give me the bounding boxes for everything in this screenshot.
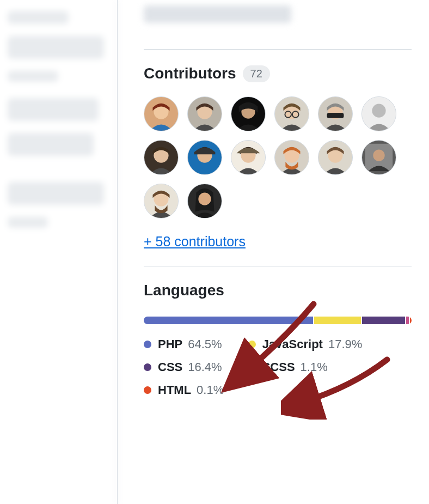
language-percent: 64.5% — [188, 337, 222, 351]
language-name: CSS — [158, 360, 182, 374]
contributors-heading[interactable]: Contributors — [144, 65, 236, 82]
svg-point-31 — [198, 193, 211, 205]
contributor-avatar[interactable] — [144, 96, 179, 131]
contributor-avatar[interactable] — [318, 96, 353, 131]
prev-section — [144, 0, 412, 33]
contributor-avatar[interactable] — [144, 140, 179, 175]
sidebar — [0, 0, 117, 504]
language-color-dot — [144, 341, 151, 348]
language-item[interactable]: SCSS1.1% — [248, 360, 328, 374]
language-item[interactable]: PHP64.5% — [144, 337, 222, 351]
contributor-avatar[interactable] — [144, 184, 179, 218]
contributor-avatar[interactable] — [274, 140, 309, 175]
language-percent: 0.1% — [197, 383, 224, 397]
svg-rect-12 — [327, 113, 344, 118]
sidebar-panel: Contributors 72 + 58 contributors Langua… — [117, 0, 429, 504]
contributor-avatar[interactable] — [318, 140, 353, 175]
languages-heading[interactable]: Languages — [144, 282, 412, 299]
contributor-avatars — [144, 96, 412, 218]
language-color-dot — [248, 341, 256, 348]
contributor-avatar[interactable] — [231, 140, 266, 175]
language-percent: 16.4% — [188, 360, 222, 374]
language-item[interactable]: CSS16.4% — [144, 360, 222, 374]
svg-point-14 — [372, 104, 385, 118]
language-name: JavaScript — [262, 337, 323, 351]
language-bar-segment[interactable] — [410, 317, 412, 324]
language-bar-segment[interactable] — [314, 317, 361, 324]
contributor-avatar[interactable] — [274, 96, 309, 131]
language-percent: 1.1% — [301, 360, 328, 374]
language-bar-segment[interactable] — [362, 317, 405, 324]
language-item[interactable]: JavaScript17.9% — [248, 337, 363, 351]
contributor-avatar[interactable] — [361, 96, 396, 131]
language-item[interactable]: HTML0.1% — [144, 383, 224, 397]
languages-bar[interactable] — [144, 317, 412, 324]
contributors-section: Contributors 72 + 58 contributors — [144, 49, 412, 250]
contributor-avatar[interactable] — [187, 96, 222, 131]
contributor-avatar[interactable] — [361, 140, 396, 175]
language-name: HTML — [158, 383, 191, 397]
languages-section: Languages PHP64.5%JavaScript17.9%CSS16.4… — [144, 266, 412, 397]
language-bar-segment[interactable] — [406, 317, 409, 324]
language-color-dot — [144, 363, 151, 371]
language-color-dot — [248, 363, 256, 371]
languages-list: PHP64.5%JavaScript17.9%CSS16.4%SCSS1.1%H… — [144, 337, 412, 397]
language-color-dot — [144, 386, 151, 394]
contributor-avatar[interactable] — [187, 184, 222, 218]
contributors-count-badge: 72 — [243, 65, 270, 82]
language-name: SCSS — [262, 360, 295, 374]
language-bar-segment[interactable] — [144, 317, 313, 324]
svg-point-27 — [373, 149, 384, 161]
more-contributors-link[interactable]: + 58 contributors — [144, 234, 246, 250]
contributor-avatar[interactable] — [187, 140, 222, 175]
language-name: PHP — [158, 337, 182, 351]
language-percent: 17.9% — [328, 337, 362, 351]
contributor-avatar[interactable] — [231, 96, 266, 131]
